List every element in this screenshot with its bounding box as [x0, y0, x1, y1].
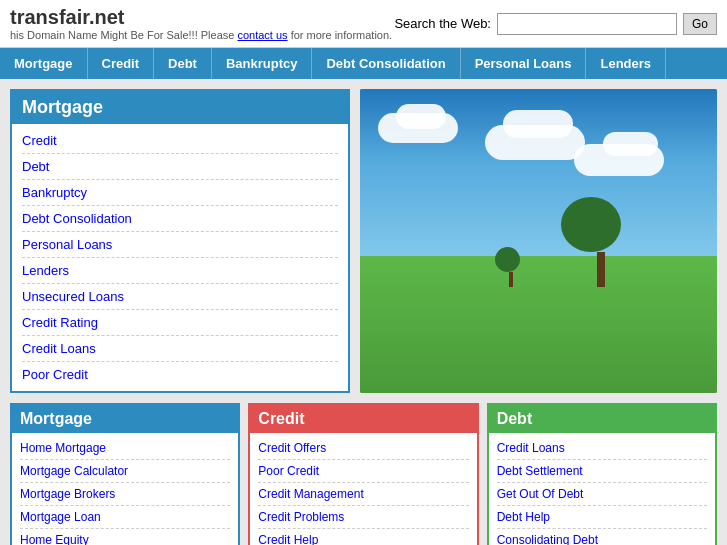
hero-image [360, 89, 717, 393]
search-input[interactable] [497, 13, 677, 35]
bottom-link-consolidating-debt[interactable]: Consolidating Debt [497, 529, 707, 545]
tagline-suffix: for more information. [288, 29, 393, 41]
mortgage-link-personal-loans[interactable]: Personal Loans [22, 232, 338, 258]
debt-bottom-title: Debt [489, 405, 715, 433]
search-label: Search the Web: [394, 16, 491, 31]
cloud-2 [396, 104, 446, 129]
cloud-4 [503, 110, 573, 138]
tagline: his Domain Name Might Be For Sale!!! Ple… [10, 29, 392, 41]
nav-item-personal-loans[interactable]: Personal Loans [461, 48, 587, 79]
bottom-link-debt-help[interactable]: Debt Help [497, 506, 707, 529]
bottom-link-credit-management[interactable]: Credit Management [258, 483, 468, 506]
mortgage-links: Credit Debt Bankruptcy Debt Consolidatio… [12, 124, 348, 391]
bottom-link-mortgage-brokers[interactable]: Mortgage Brokers [20, 483, 230, 506]
bottom-link-credit-help[interactable]: Credit Help [258, 529, 468, 545]
mortgage-link-credit[interactable]: Credit [22, 128, 338, 154]
nav-item-mortgage[interactable]: Mortgage [0, 48, 88, 79]
tagline-prefix: his Domain Name Might Be For Sale!!! Ple… [10, 29, 237, 41]
mortgage-link-bankruptcy[interactable]: Bankruptcy [22, 180, 338, 206]
bottom-link-get-out-of-debt[interactable]: Get Out Of Debt [497, 483, 707, 506]
site-title: transfair.net [10, 6, 392, 29]
debt-bottom-box: Debt Credit Loans Debt Settlement Get Ou… [487, 403, 717, 545]
bottom-link-home-equity[interactable]: Home Equity [20, 529, 230, 545]
mortgage-link-debt-consolidation[interactable]: Debt Consolidation [22, 206, 338, 232]
mortgage-link-unsecured-loans[interactable]: Unsecured Loans [22, 284, 338, 310]
field-layer [360, 256, 717, 393]
mortgage-bottom-box: Mortgage Home Mortgage Mortgage Calculat… [10, 403, 240, 545]
mortgage-box: Mortgage Credit Debt Bankruptcy Debt Con… [10, 89, 350, 393]
nav-item-debt-consolidation[interactable]: Debt Consolidation [312, 48, 460, 79]
nav-bar: Mortgage Credit Debt Bankruptcy Debt Con… [0, 48, 727, 79]
search-area: Search the Web: Go [394, 13, 717, 35]
search-button[interactable]: Go [683, 13, 717, 35]
mortgage-link-debt[interactable]: Debt [22, 154, 338, 180]
mortgage-bottom-title: Mortgage [12, 405, 238, 433]
bottom-link-mortgage-calculator[interactable]: Mortgage Calculator [20, 460, 230, 483]
cloud-6 [603, 132, 658, 156]
credit-bottom-links: Credit Offers Poor Credit Credit Managem… [250, 433, 476, 545]
mortgage-bottom-links: Home Mortgage Mortgage Calculator Mortga… [12, 433, 238, 545]
tree-trunk [597, 252, 605, 287]
main-content: Mortgage Credit Debt Bankruptcy Debt Con… [0, 79, 727, 403]
site-title-block: transfair.net his Domain Name Might Be F… [10, 6, 392, 41]
bottom-link-credit-loans[interactable]: Credit Loans [497, 437, 707, 460]
credit-bottom-title: Credit [250, 405, 476, 433]
mortgage-link-poor-credit[interactable]: Poor Credit [22, 362, 338, 387]
bottom-link-credit-problems[interactable]: Credit Problems [258, 506, 468, 529]
nav-item-credit[interactable]: Credit [88, 48, 155, 79]
bottom-link-poor-credit[interactable]: Poor Credit [258, 460, 468, 483]
bottom-link-mortgage-loan[interactable]: Mortgage Loan [20, 506, 230, 529]
bottom-link-credit-offers[interactable]: Credit Offers [258, 437, 468, 460]
credit-bottom-box: Credit Credit Offers Poor Credit Credit … [248, 403, 478, 545]
tree-small [503, 247, 520, 287]
mortgage-link-lenders[interactable]: Lenders [22, 258, 338, 284]
nav-item-lenders[interactable]: Lenders [586, 48, 666, 79]
debt-bottom-links: Credit Loans Debt Settlement Get Out Of … [489, 433, 715, 545]
header: transfair.net his Domain Name Might Be F… [0, 0, 727, 48]
mortgage-link-credit-loans[interactable]: Credit Loans [22, 336, 338, 362]
contact-link[interactable]: contact us [237, 29, 287, 41]
bottom-link-debt-settlement[interactable]: Debt Settlement [497, 460, 707, 483]
mortgage-box-title: Mortgage [12, 91, 348, 124]
mortgage-link-credit-rating[interactable]: Credit Rating [22, 310, 338, 336]
nav-item-bankruptcy[interactable]: Bankruptcy [212, 48, 313, 79]
bottom-section: Mortgage Home Mortgage Mortgage Calculat… [0, 403, 727, 545]
tree-canopy [561, 197, 621, 252]
nav-item-debt[interactable]: Debt [154, 48, 212, 79]
tree-trunk-small [509, 272, 513, 287]
tree-canopy-small [495, 247, 520, 272]
bottom-link-home-mortgage[interactable]: Home Mortgage [20, 437, 230, 460]
tree [581, 197, 621, 287]
